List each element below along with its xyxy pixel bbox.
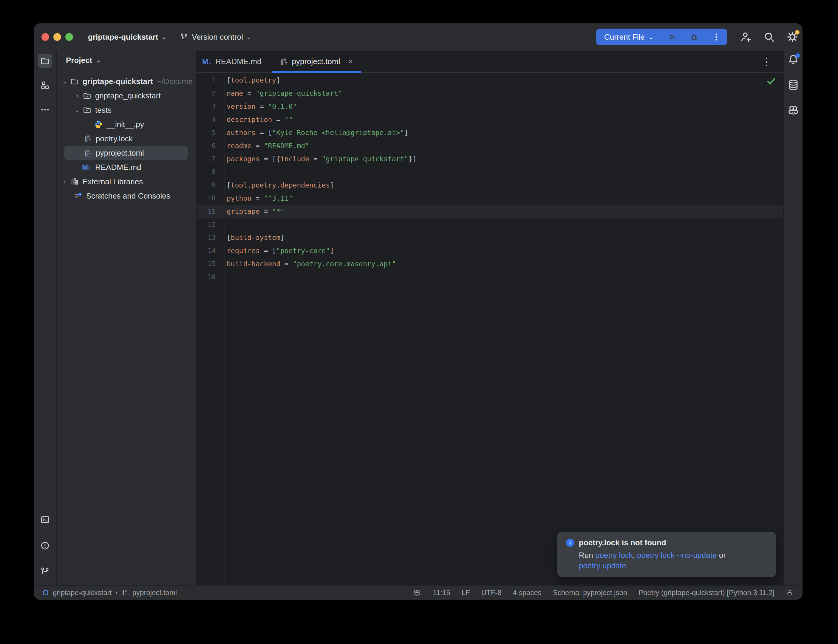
code-text (225, 270, 227, 284)
project-tool-button[interactable] (38, 54, 52, 68)
structure-tool-button[interactable] (38, 78, 52, 92)
code-line[interactable]: 12 (197, 218, 783, 231)
code-editor[interactable]: 1[tool.poetry]2name = "griptape-quicksta… (197, 74, 783, 585)
code-line[interactable]: 6readme = "README.md" (197, 139, 783, 152)
code-text: [build-system] (225, 231, 284, 244)
code-line[interactable]: 13[build-system] (197, 231, 783, 244)
code-line[interactable]: 14requires = ["poetry-core"] (197, 244, 783, 257)
version-control-tool-button[interactable] (38, 564, 52, 579)
ai-assistant-icon[interactable] (787, 104, 800, 117)
run-icon[interactable] (667, 31, 677, 42)
code-line[interactable]: 11griptape = "*" (197, 205, 783, 218)
code-line[interactable]: 15build-backend = "poetry.core.masonry.a… (197, 257, 783, 270)
schema-selector[interactable]: Schema: pyproject.json (553, 588, 627, 597)
code-text: python = "^3.11" (225, 192, 293, 205)
notification-body: Run poetry lock, poetry lock --no-update… (579, 550, 767, 571)
line-separator[interactable]: LF (462, 588, 470, 597)
tree-item-label: External Libraries (82, 177, 143, 186)
project-panel-header[interactable]: Project ⌄ (57, 51, 196, 70)
scratches-icon (74, 191, 82, 200)
editor-tab-bar: M↓ README.md [T] pyproject.toml ✕ ⋮ (197, 51, 783, 73)
terminal-tool-button[interactable] (38, 513, 52, 527)
code-line[interactable]: 3version = "0.1.0" (197, 100, 783, 113)
chevron-down-icon[interactable]: ⌄ (59, 78, 70, 85)
tree-item-package[interactable]: › griptape_quickstart (57, 89, 196, 103)
code-line[interactable]: 9[tool.poetry.dependencies] (197, 179, 783, 192)
tree-item-label: griptape-quickstart (82, 77, 153, 86)
settings-gear-icon[interactable] (786, 30, 799, 44)
line-number: 2 (197, 87, 225, 100)
unlocked-icon[interactable] (786, 589, 794, 596)
ide-window: griptape-quickstart ⌄ Version control ⌄ … (34, 23, 802, 600)
poetry-lock-link[interactable]: poetry lock (595, 551, 633, 560)
chevron-right-icon[interactable]: › (59, 178, 70, 185)
line-number: 13 (197, 231, 225, 244)
debug-icon[interactable] (689, 31, 700, 42)
library-icon (70, 177, 79, 186)
line-number: 9 (197, 179, 225, 192)
line-number: 16 (197, 270, 225, 284)
chevron-right-icon[interactable]: › (72, 92, 82, 99)
divider (660, 32, 660, 42)
project-panel-title: Project (66, 56, 92, 65)
code-text (225, 166, 227, 179)
search-icon[interactable] (762, 30, 776, 44)
run-configuration-pill[interactable]: Current File ⌄ (596, 29, 727, 45)
tree-item-label: pyproject.toml (96, 148, 144, 158)
minimize-window-button[interactable] (53, 33, 61, 41)
tree-item-scratches[interactable]: Scratches and Consoles (57, 189, 196, 203)
tree-item-root[interactable]: ⌄ griptape-quickstart ~/Docume (57, 74, 196, 89)
tree-item-tests[interactable]: ⌄ tests (57, 103, 196, 117)
code-line[interactable]: 7packages = [{include = "griptape_quicks… (197, 152, 783, 166)
code-line[interactable]: 1[tool.poetry] (197, 74, 783, 87)
tree-item-pyproject-toml[interactable]: [T] pyproject.toml (64, 146, 188, 160)
chevron-down-icon[interactable]: ⌄ (72, 107, 82, 113)
notifications-bell-icon[interactable] (787, 53, 800, 66)
editor-area: M↓ README.md [T] pyproject.toml ✕ ⋮ (197, 51, 783, 585)
tree-item-poetry-lock[interactable]: [T] poetry.lock (57, 131, 196, 146)
problems-tool-button[interactable] (38, 539, 52, 553)
ai-assistant-status-icon[interactable] (412, 588, 421, 597)
tree-item-external-libraries[interactable]: › External Libraries (57, 174, 196, 189)
structure-icon (40, 80, 50, 90)
code-line[interactable]: 5authors = ["Kyle Roche <hello@griptape.… (197, 126, 783, 139)
tab-readme[interactable]: M↓ README.md (197, 51, 272, 72)
more-run-options-icon[interactable] (711, 31, 722, 42)
close-tab-icon[interactable]: ✕ (348, 58, 353, 66)
folder-icon (40, 56, 50, 66)
chevron-right-icon: › (115, 590, 117, 596)
code-text: version = "0.1.0" (225, 100, 297, 113)
breadcrumb-project[interactable]: griptape-quickstart (53, 588, 112, 597)
code-text: requires = ["poetry-core"] (225, 244, 334, 257)
add-user-icon[interactable] (739, 30, 753, 44)
code-line[interactable]: 16 (197, 270, 783, 284)
zoom-window-button[interactable] (65, 33, 73, 41)
line-number: 3 (197, 100, 225, 113)
close-window-button[interactable] (41, 33, 49, 41)
svg-text:[T]: [T] (87, 153, 92, 157)
tab-options-kebab-icon[interactable]: ⋮ (762, 56, 771, 67)
poetry-update-link[interactable]: poetry update (579, 561, 626, 570)
code-line[interactable]: 8 (197, 166, 783, 179)
code-lines: 1[tool.poetry]2name = "griptape-quicksta… (197, 74, 783, 284)
tree-item-readme[interactable]: M↓ README.md (57, 160, 196, 174)
project-widget[interactable]: griptape-quickstart ⌄ (88, 33, 167, 42)
caret-position[interactable]: 11:15 (433, 588, 450, 597)
breadcrumb-file[interactable]: pyproject.toml (132, 588, 177, 597)
code-line[interactable]: 4description = "" (197, 113, 783, 126)
markdown-file-icon: M↓ (202, 58, 212, 66)
more-tool-windows-button[interactable] (38, 103, 52, 117)
code-line[interactable]: 2name = "griptape-quickstart" (197, 87, 783, 100)
indent-style[interactable]: 4 spaces (513, 588, 542, 597)
settings-notification-dot (795, 30, 800, 34)
vcs-widget[interactable]: Version control ⌄ (180, 33, 251, 42)
toml-file-icon: [T] (83, 134, 92, 143)
code-line[interactable]: 10python = "^3.11" (197, 192, 783, 205)
file-encoding[interactable]: UTF-8 (481, 588, 501, 597)
line-number: 1 (197, 74, 225, 87)
tree-item-init-py[interactable]: __init__.py (57, 117, 196, 131)
poetry-lock-no-update-link[interactable]: poetry lock --no-update (637, 551, 716, 560)
python-interpreter[interactable]: Poetry (griptape-quickstart) [Python 3.1… (639, 588, 774, 597)
database-icon[interactable] (787, 79, 800, 92)
tab-pyproject[interactable]: [T] pyproject.toml ✕ (272, 51, 361, 72)
